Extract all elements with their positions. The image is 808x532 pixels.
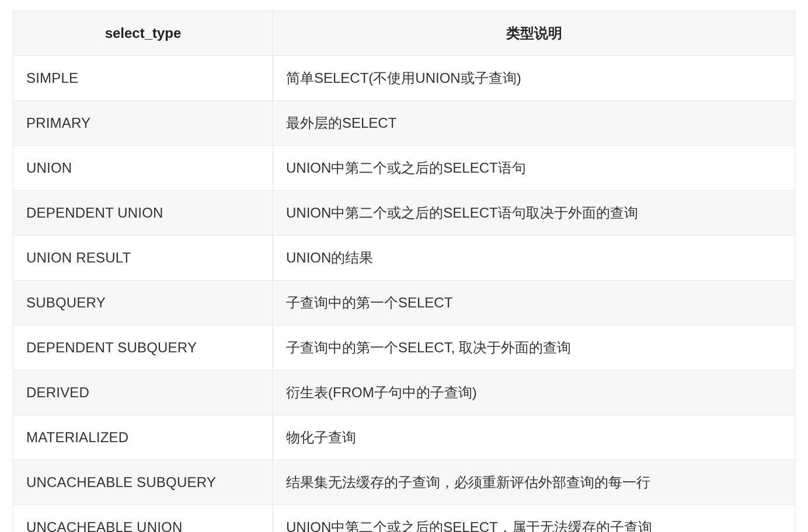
cell-select-type: MATERIALIZED [13,415,273,460]
table-row: DEPENDENT UNION UNION中第二个或之后的SELECT语句取决于… [13,191,795,236]
cell-desc: UNION中第二个或之后的SELECT语句 [273,146,795,191]
cell-select-type: UNCACHEABLE UNION [13,505,273,533]
cell-select-type: UNCACHEABLE SUBQUERY [13,460,273,505]
table-row: PRIMARY 最外层的SELECT [13,101,795,146]
cell-desc: UNION中第二个或之后的SELECT语句取决于外面的查询 [273,191,795,236]
table-row: SUBQUERY 子查询中的第一个SELECT [13,281,795,326]
cell-select-type: DEPENDENT UNION [13,191,273,236]
cell-select-type: PRIMARY [13,101,273,146]
table-row: UNION UNION中第二个或之后的SELECT语句 [13,146,795,191]
cell-select-type: SUBQUERY [13,281,273,326]
cell-desc: 衍生表(FROM子句中的子查询) [273,370,795,415]
table-row: SIMPLE 简单SELECT(不使用UNION或子查询) [13,56,795,101]
cell-select-type: UNION RESULT [13,236,273,281]
table-row: UNCACHEABLE SUBQUERY 结果集无法缓存的子查询，必须重新评估外… [13,460,795,505]
cell-desc: 子查询中的第一个SELECT [273,281,795,326]
cell-select-type: DEPENDENT SUBQUERY [13,326,273,370]
table-row: UNCACHEABLE UNION UNION中第二个或之后的SELECT，属于… [13,505,795,533]
table-row: UNION RESULT UNION的结果 [13,236,795,281]
table-header-select-type: select_type [13,11,273,56]
cell-select-type: UNION [13,146,273,191]
table-row: MATERIALIZED 物化子查询 [13,415,795,460]
cell-desc: 简单SELECT(不使用UNION或子查询) [273,56,795,101]
table-row: DERIVED 衍生表(FROM子句中的子查询) [13,370,795,415]
cell-desc: UNION中第二个或之后的SELECT，属于无法缓存的子查询 [273,505,795,533]
cell-desc: 子查询中的第一个SELECT, 取决于外面的查询 [273,326,795,370]
cell-desc: 物化子查询 [273,415,795,460]
cell-desc: 最外层的SELECT [273,101,795,146]
cell-desc: UNION的结果 [273,236,795,281]
table-header-row: select_type 类型说明 [13,11,795,56]
select-type-table: select_type 类型说明 SIMPLE 简单SELECT(不使用UNIO… [13,10,795,532]
table-header-desc: 类型说明 [273,11,795,56]
cell-desc: 结果集无法缓存的子查询，必须重新评估外部查询的每一行 [273,460,795,505]
cell-select-type: SIMPLE [13,56,273,101]
cell-select-type: DERIVED [13,370,273,415]
table-row: DEPENDENT SUBQUERY 子查询中的第一个SELECT, 取决于外面… [13,326,795,370]
